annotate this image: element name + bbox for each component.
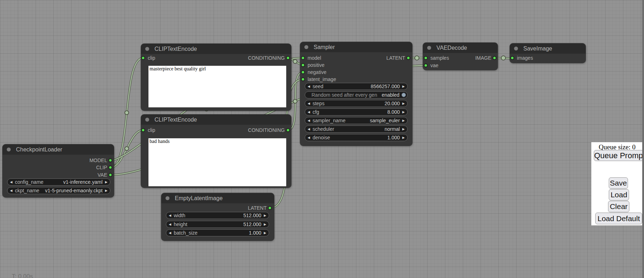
input-port-icon[interactable] (301, 70, 305, 74)
input-label-positive: positive (308, 62, 324, 68)
prompt-textarea[interactable]: masterpiece best quality girl (148, 66, 286, 107)
input-label-samples: samples (430, 55, 449, 61)
widget-label: seed (313, 84, 323, 89)
sampler-name-widget[interactable]: ◀ sampler_name sample_euler ▶ (305, 117, 408, 124)
widget-left-arrow-icon[interactable]: ◀ (305, 102, 313, 105)
output-port-icon[interactable] (493, 56, 497, 60)
widget-right-arrow-icon[interactable]: ▶ (400, 136, 407, 139)
node-title-label: CLIPTextEncode (155, 46, 197, 52)
node-empty-latent-image: EmptyLatentImage LATENT ◀ width 512.000 … (161, 193, 274, 241)
widget-left-arrow-icon[interactable]: ◀ (7, 180, 15, 184)
output-label-conditioning: CONDITIONING (248, 127, 285, 133)
config-name-widget[interactable]: ◀ config_name v1-inference.yaml ▶ (7, 178, 110, 186)
widget-right-arrow-icon[interactable]: ▶ (400, 110, 407, 114)
widget-value: 512.000 (243, 213, 261, 218)
input-port-icon[interactable] (511, 56, 514, 60)
batch-size-widget[interactable]: ◀ batch_size 1.000 ▶ (166, 229, 269, 236)
comfy-menu-panel: Queue size: 0 Queue Prompt Save Load Cle… (591, 142, 643, 225)
collapse-dot-icon[interactable] (145, 118, 149, 122)
queue-prompt-button[interactable]: Queue Prompt (594, 150, 644, 161)
output-label-vae: VAE (98, 172, 107, 178)
widget-left-arrow-icon[interactable]: ◀ (166, 214, 174, 217)
collapse-dot-icon[interactable] (304, 45, 308, 49)
widget-label: width (174, 213, 185, 218)
output-label-model: MODEL (89, 157, 107, 163)
widget-left-arrow-icon[interactable]: ◀ (305, 119, 313, 122)
save-button[interactable]: Save (609, 177, 628, 189)
widget-left-arrow-icon[interactable]: ◀ (305, 85, 313, 88)
output-port-icon[interactable] (286, 56, 290, 60)
output-port-icon[interactable] (109, 166, 112, 170)
input-port-icon[interactable] (301, 63, 305, 67)
widget-label: ckpt_name (15, 188, 39, 193)
widget-right-arrow-icon[interactable]: ▶ (261, 223, 269, 226)
widget-value: 8566257.000 (371, 84, 400, 89)
comfyui-canvas[interactable]: { "canvas": { "stats_text": "T: 0.00s" }… (0, 0, 644, 278)
collapse-dot-icon[interactable] (145, 47, 149, 51)
widget-label: scheduler (313, 126, 334, 132)
node-save-image: SaveImage images (510, 43, 586, 63)
widget-right-arrow-icon[interactable]: ▶ (400, 119, 407, 122)
widget-label: height (174, 221, 187, 227)
steps-widget[interactable]: ◀ steps 20.000 ▶ (305, 100, 408, 107)
denoise-widget[interactable]: ◀ denoise 1.000 ▶ (305, 134, 408, 141)
clear-button[interactable]: Clear (608, 201, 629, 212)
node-titlebar[interactable]: CLIPTextEncode (141, 44, 291, 54)
scrollbar[interactable] (642, 0, 644, 278)
node-title-label: VAEDecode (436, 45, 467, 51)
input-label-images: images (517, 55, 533, 61)
height-widget[interactable]: ◀ height 512.000 ▶ (166, 221, 269, 228)
input-port-icon[interactable] (141, 128, 145, 132)
widget-left-arrow-icon[interactable]: ◀ (166, 223, 174, 226)
node-titlebar[interactable]: VAEDecode (423, 43, 498, 53)
input-port-icon[interactable] (424, 64, 428, 68)
input-port-icon[interactable] (424, 56, 428, 60)
widget-left-arrow-icon[interactable]: ◀ (305, 127, 313, 131)
output-port-icon[interactable] (268, 206, 272, 210)
toggle-icon[interactable] (402, 93, 406, 97)
seed-widget[interactable]: ◀ seed 8566257.000 ▶ (305, 83, 408, 90)
ckpt-name-widget[interactable]: ◀ ckpt_name v1-5-pruned-emaonly.ckpt ▶ (7, 187, 110, 194)
cfg-widget[interactable]: ◀ cfg 8.000 ▶ (305, 108, 408, 116)
widget-right-arrow-icon[interactable]: ▶ (103, 189, 110, 192)
output-label-latent: LATENT (248, 205, 267, 211)
scheduler-widget[interactable]: ◀ scheduler normal ▶ (305, 125, 408, 133)
widget-label: denoise (313, 135, 330, 140)
widget-left-arrow-icon[interactable]: ◀ (305, 110, 313, 114)
width-widget[interactable]: ◀ width 512.000 ▶ (166, 212, 269, 219)
widget-left-arrow-icon[interactable]: ◀ (7, 189, 15, 192)
load-default-button[interactable]: Load Default (595, 213, 642, 224)
widget-right-arrow-icon[interactable]: ▶ (103, 180, 110, 184)
widget-right-arrow-icon[interactable]: ▶ (400, 127, 407, 131)
output-port-icon[interactable] (407, 56, 410, 60)
node-title-label: SaveImage (523, 46, 552, 52)
input-port-icon[interactable] (301, 56, 305, 60)
output-port-icon[interactable] (286, 128, 290, 132)
input-port-icon[interactable] (301, 77, 305, 81)
node-titlebar[interactable]: Sampler (300, 42, 412, 52)
input-port-icon[interactable] (141, 56, 145, 60)
widget-label: steps (313, 101, 324, 106)
widget-right-arrow-icon[interactable]: ▶ (261, 214, 269, 217)
output-port-icon[interactable] (109, 173, 112, 177)
collapse-dot-icon[interactable] (7, 148, 11, 151)
output-label-conditioning: CONDITIONING (248, 55, 285, 61)
prompt-textarea[interactable]: bad hands (148, 138, 286, 186)
widget-right-arrow-icon[interactable]: ▶ (261, 231, 269, 235)
random-seed-toggle-widget[interactable]: Random seed after every gen enabled (305, 91, 408, 98)
collapse-dot-icon[interactable] (427, 46, 431, 50)
node-title-label: CLIPTextEncode (155, 117, 197, 123)
node-titlebar[interactable]: CLIPTextEncode (141, 114, 291, 125)
collapse-dot-icon[interactable] (166, 196, 169, 200)
widget-value: v1-5-pruned-emaonly.ckpt (45, 188, 103, 193)
widget-right-arrow-icon[interactable]: ▶ (400, 85, 407, 88)
node-titlebar[interactable]: EmptyLatentImage (161, 193, 274, 203)
load-button[interactable]: Load (609, 189, 629, 201)
output-port-icon[interactable] (109, 159, 112, 162)
node-titlebar[interactable]: CheckpointLoader (2, 144, 114, 155)
widget-left-arrow-icon[interactable]: ◀ (166, 231, 174, 235)
collapse-dot-icon[interactable] (514, 47, 518, 50)
node-titlebar[interactable]: SaveImage (510, 43, 586, 54)
widget-left-arrow-icon[interactable]: ◀ (305, 136, 313, 139)
widget-right-arrow-icon[interactable]: ▶ (400, 102, 407, 105)
